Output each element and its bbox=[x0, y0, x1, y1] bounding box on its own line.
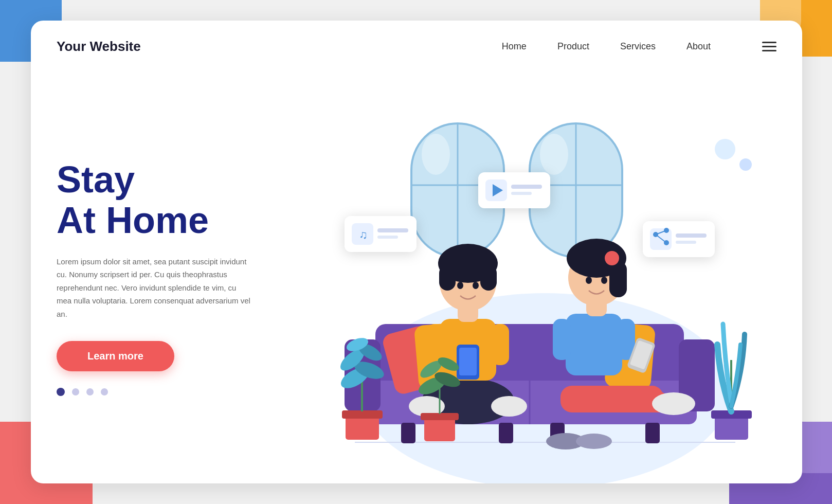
svg-rect-48 bbox=[424, 417, 455, 441]
learn-more-button[interactable]: Learn more bbox=[57, 341, 174, 371]
sofa-leg-fl bbox=[401, 423, 415, 443]
hero-headline: Stay At Home bbox=[57, 159, 262, 241]
pagination-dots bbox=[57, 388, 262, 396]
pagination-dot-2[interactable] bbox=[72, 388, 79, 395]
svg-rect-28 bbox=[566, 314, 622, 375]
main-card: Your Website Home Product Services About… bbox=[31, 21, 802, 483]
logo: Your Website bbox=[57, 39, 141, 55]
svg-rect-36 bbox=[609, 261, 627, 297]
sofa-leg-rr bbox=[645, 423, 660, 443]
svg-text:♫: ♫ bbox=[359, 228, 368, 241]
svg-rect-70 bbox=[511, 192, 532, 195]
hamburger-menu[interactable] bbox=[762, 42, 776, 51]
hamburger-line-3 bbox=[762, 50, 776, 51]
hero-description: Lorem ipsum dolor sit amet, sea putant s… bbox=[57, 255, 252, 321]
svg-point-23 bbox=[457, 282, 463, 289]
svg-rect-15 bbox=[491, 324, 509, 365]
deco-circle-2 bbox=[739, 158, 752, 171]
svg-rect-69 bbox=[511, 185, 542, 189]
nav-item-about[interactable]: About bbox=[686, 41, 711, 52]
left-section: Stay At Home Lorem ipsum dolor sit amet,… bbox=[31, 72, 288, 483]
headline-line1: Stay bbox=[57, 159, 135, 200]
floor-shoes bbox=[546, 433, 612, 449]
content-area: Stay At Home Lorem ipsum dolor sit amet,… bbox=[31, 72, 802, 483]
svg-point-27 bbox=[652, 392, 695, 415]
nav-item-product[interactable]: Product bbox=[557, 41, 589, 52]
svg-rect-41 bbox=[342, 410, 383, 419]
video-card bbox=[478, 172, 550, 208]
svg-rect-29 bbox=[553, 319, 571, 360]
nav-item-services[interactable]: Services bbox=[620, 41, 656, 52]
illustration-section: ♫ bbox=[288, 72, 802, 483]
headline-line2: At Home bbox=[57, 200, 209, 241]
svg-rect-7 bbox=[540, 134, 568, 175]
svg-point-24 bbox=[473, 282, 479, 289]
header: Your Website Home Product Services About bbox=[31, 21, 802, 72]
svg-rect-64 bbox=[377, 228, 408, 232]
svg-point-12 bbox=[491, 396, 527, 417]
pagination-dot-4[interactable] bbox=[101, 388, 108, 395]
pagination-dot-1[interactable] bbox=[57, 388, 65, 396]
svg-rect-78 bbox=[676, 233, 707, 238]
svg-rect-3 bbox=[422, 134, 450, 175]
svg-rect-17 bbox=[459, 348, 477, 375]
svg-rect-65 bbox=[377, 236, 398, 239]
svg-rect-22 bbox=[480, 265, 497, 291]
svg-point-39 bbox=[601, 277, 607, 284]
svg-rect-49 bbox=[421, 413, 459, 420]
svg-rect-79 bbox=[676, 241, 696, 244]
music-card: ♫ bbox=[345, 216, 417, 252]
sofa-leg-fr bbox=[499, 423, 513, 443]
svg-point-37 bbox=[605, 251, 619, 265]
navigation: Home Product Services About bbox=[502, 41, 776, 52]
hamburger-line-1 bbox=[762, 42, 776, 43]
share-card bbox=[643, 221, 715, 257]
svg-rect-21 bbox=[439, 265, 456, 291]
svg-point-59 bbox=[576, 434, 612, 449]
pagination-dot-3[interactable] bbox=[86, 388, 94, 395]
deco-circle-1 bbox=[715, 139, 735, 159]
hamburger-line-2 bbox=[762, 46, 776, 47]
nav-item-home[interactable]: Home bbox=[502, 41, 527, 52]
illustration-svg: ♫ bbox=[288, 72, 802, 483]
svg-point-38 bbox=[586, 277, 592, 284]
